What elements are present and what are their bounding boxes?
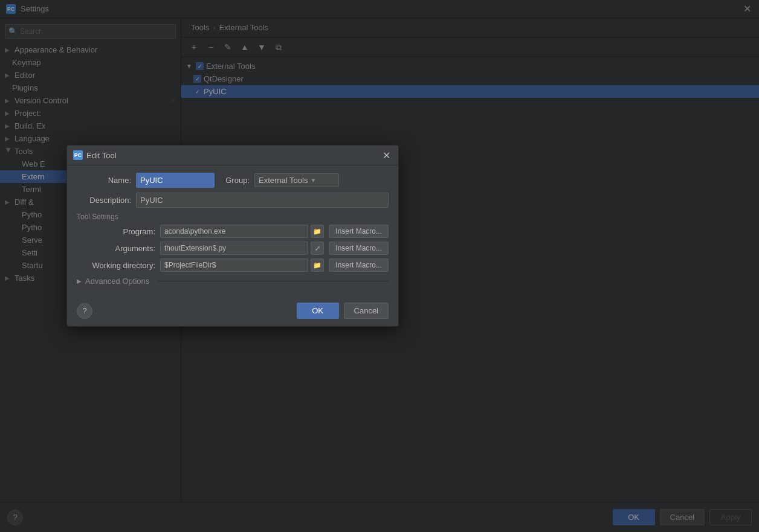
dialog-footer: ? OK Cancel bbox=[67, 298, 398, 326]
program-input[interactable] bbox=[160, 225, 308, 238]
dialog-overlay: PC Edit Tool ✕ Name: Group: External Too… bbox=[0, 0, 759, 532]
dialog-titlebar: PC Edit Tool ✕ bbox=[67, 146, 398, 165]
dialog-app-icon: PC bbox=[73, 150, 83, 160]
group-label: Group: bbox=[219, 176, 250, 185]
chevron-down-icon: ▼ bbox=[310, 177, 316, 184]
working-dir-input[interactable] bbox=[160, 258, 308, 272]
arguments-input[interactable] bbox=[160, 242, 308, 255]
arguments-insert-macro-button[interactable]: Insert Macro... bbox=[329, 242, 389, 255]
dialog-title: Edit Tool bbox=[86, 151, 117, 160]
description-input[interactable] bbox=[136, 193, 389, 208]
name-label: Name: bbox=[77, 176, 131, 185]
working-dir-label: Working directory: bbox=[77, 261, 155, 270]
working-dir-browse-button[interactable]: 📁 bbox=[311, 258, 324, 272]
description-row: Description: bbox=[77, 193, 389, 208]
advanced-arrow-icon: ▶ bbox=[77, 278, 82, 284]
tool-settings-header: Tool Settings bbox=[77, 213, 389, 221]
advanced-options-label: Advanced Options bbox=[85, 277, 149, 286]
program-input-wrap: 📁 bbox=[160, 225, 324, 238]
program-browse-button[interactable]: 📁 bbox=[311, 225, 324, 238]
arguments-row: Arguments: ⤢ Insert Macro... bbox=[77, 242, 389, 255]
group-select[interactable]: External Tools ▼ bbox=[254, 173, 339, 187]
working-dir-input-wrap: 📁 bbox=[160, 258, 324, 272]
arguments-label: Arguments: bbox=[77, 244, 155, 253]
description-label: Description: bbox=[77, 196, 131, 205]
program-row: Program: 📁 Insert Macro... bbox=[77, 225, 389, 238]
dialog-cancel-button[interactable]: Cancel bbox=[344, 303, 389, 319]
name-input[interactable] bbox=[136, 173, 215, 188]
working-dir-row: Working directory: 📁 Insert Macro... bbox=[77, 258, 389, 272]
arguments-expand-button[interactable]: ⤢ bbox=[311, 242, 324, 255]
group-select-value: External Tools bbox=[259, 176, 308, 185]
program-insert-macro-button[interactable]: Insert Macro... bbox=[329, 225, 389, 238]
dialog-body: Name: Group: External Tools ▼ Descriptio… bbox=[67, 165, 398, 298]
working-dir-insert-macro-button[interactable]: Insert Macro... bbox=[329, 258, 389, 272]
dialog-ok-button[interactable]: OK bbox=[297, 303, 339, 319]
dialog-close-button[interactable]: ✕ bbox=[380, 149, 392, 161]
advanced-options-toggle[interactable]: ▶ Advanced Options bbox=[77, 277, 389, 286]
dialog-help-button[interactable]: ? bbox=[77, 303, 92, 319]
edit-tool-dialog: PC Edit Tool ✕ Name: Group: External Too… bbox=[66, 145, 399, 327]
program-label: Program: bbox=[77, 227, 155, 236]
dialog-titlebar-left: PC Edit Tool bbox=[73, 150, 117, 160]
arguments-input-wrap: ⤢ bbox=[160, 242, 324, 255]
name-group-row: Name: Group: External Tools ▼ bbox=[77, 173, 389, 188]
